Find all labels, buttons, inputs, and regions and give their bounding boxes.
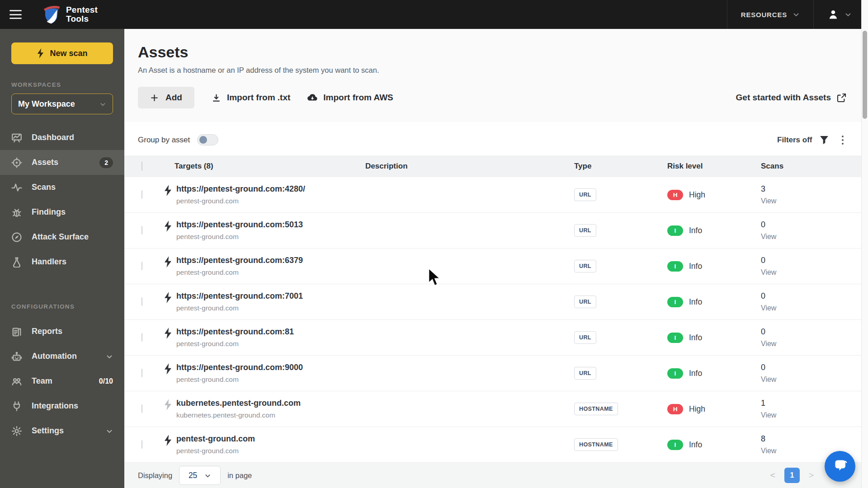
view-scans-link[interactable]: View <box>761 411 868 419</box>
view-scans-link[interactable]: View <box>761 447 868 455</box>
risk-badge: I <box>667 440 683 450</box>
sidebar-item-label: Attack Surface <box>32 232 89 242</box>
risk-label: Info <box>689 440 702 450</box>
brand-line1: Pentest <box>66 5 98 14</box>
view-scans-link[interactable]: View <box>761 197 868 205</box>
external-link-icon <box>837 93 846 103</box>
pulse-icon <box>11 182 22 193</box>
target-asset-name: pentest-ground.com <box>176 197 305 205</box>
hamburger-menu-icon[interactable] <box>9 10 22 19</box>
account-menu[interactable] <box>813 0 862 29</box>
sidebar-item-handlers[interactable]: Handlers <box>0 249 124 274</box>
row-checkbox[interactable] <box>142 404 142 413</box>
sidebar-item-automation[interactable]: Automation <box>0 344 124 369</box>
target-link[interactable]: pentest-ground.com <box>176 434 255 444</box>
row-checkbox[interactable] <box>142 297 142 306</box>
type-badge: URL <box>574 296 596 308</box>
new-scan-button[interactable]: New scan <box>11 42 113 64</box>
column-header-targets: Targets (8) <box>164 162 365 171</box>
chevron-down-icon <box>99 101 106 108</box>
row-checkbox[interactable] <box>142 190 142 199</box>
filters-button[interactable]: Filters off <box>777 135 829 145</box>
lightning-icon <box>164 399 172 410</box>
lightning-icon <box>164 292 172 303</box>
view-scans-link[interactable]: View <box>761 375 868 384</box>
column-header-scans: Scans <box>761 162 868 171</box>
next-page-button[interactable]: > <box>809 470 814 480</box>
chat-icon <box>832 458 848 474</box>
lightning-icon <box>164 435 172 446</box>
sidebar-item-findings[interactable]: Findings <box>0 200 124 225</box>
page-size-select[interactable]: 25 <box>179 466 221 485</box>
target-link[interactable]: https://pentest-ground.com:4280/ <box>176 184 305 194</box>
sidebar-item-label: Settings <box>32 426 64 436</box>
row-checkbox[interactable] <box>142 262 142 270</box>
target-link[interactable]: https://pentest-ground.com:5013 <box>176 220 303 230</box>
row-checkbox[interactable] <box>142 369 142 377</box>
pentest-tools-logo[interactable]: Pentest Tools <box>42 4 98 25</box>
select-all-checkbox[interactable] <box>142 161 142 171</box>
sidebar-item-label: Integrations <box>32 401 78 411</box>
add-button[interactable]: Add <box>138 87 194 108</box>
risk-badge: I <box>667 368 683 379</box>
lightning-icon <box>164 185 172 196</box>
risk-label: Info <box>689 297 702 307</box>
sidebar-item-settings[interactable]: Settings <box>0 418 124 443</box>
import-aws-button[interactable]: Import from AWS <box>307 93 393 103</box>
workspace-select[interactable]: My Workspace <box>11 94 113 114</box>
view-scans-link[interactable]: View <box>761 268 868 277</box>
sidebar-item-reports[interactable]: Reports <box>0 319 124 344</box>
table-toolbar: Group by asset Filters off <box>124 122 868 156</box>
table-row: https://pentest-ground.com:5013 pentest-… <box>124 213 868 249</box>
more-options-menu[interactable] <box>840 134 846 147</box>
workspaces-section-label: WORKSPACES <box>11 81 113 88</box>
target-link[interactable]: https://pentest-ground.com:81 <box>176 327 294 337</box>
target-link[interactable]: https://pentest-ground.com:9000 <box>176 363 303 372</box>
sidebar-item-dashboard[interactable]: Dashboard <box>0 125 124 150</box>
main-content: Assets An Asset is a hostname or an IP a… <box>124 29 868 488</box>
add-label: Add <box>165 93 182 103</box>
scans-count: 0 <box>761 291 868 301</box>
lightning-icon <box>164 256 172 267</box>
view-scans-link[interactable]: View <box>761 304 868 312</box>
row-checkbox[interactable] <box>142 226 142 235</box>
gear-icon <box>11 426 22 436</box>
target-link[interactable]: https://pentest-ground.com:7001 <box>176 291 303 301</box>
sidebar-item-scans[interactable]: Scans <box>0 175 124 200</box>
previous-page-button[interactable]: < <box>770 470 775 480</box>
target-link[interactable]: kubernetes.pentest-ground.com <box>176 399 301 408</box>
table-header: Targets (8) Description Type Risk level … <box>124 155 868 177</box>
column-header-type: Type <box>574 162 667 171</box>
scans-count: 0 <box>761 256 868 265</box>
view-scans-link[interactable]: View <box>761 340 868 348</box>
sidebar-item-assets[interactable]: Assets 2 <box>0 150 124 175</box>
chevron-down-icon <box>106 427 113 435</box>
import-txt-button[interactable]: Import from .txt <box>212 93 290 103</box>
type-badge: HOSTNAME <box>574 403 618 415</box>
get-started-link[interactable]: Get started with Assets <box>736 93 846 103</box>
column-header-risk: Risk level <box>667 162 761 171</box>
risk-badge: I <box>667 297 683 307</box>
robot-icon <box>11 351 22 362</box>
risk-badge: I <box>667 333 683 343</box>
row-checkbox[interactable] <box>142 440 142 449</box>
chat-widget-button[interactable] <box>825 451 855 482</box>
target-link[interactable]: https://pentest-ground.com:6379 <box>176 256 303 265</box>
row-checkbox[interactable] <box>142 333 142 342</box>
scrollbar-thumb[interactable] <box>863 31 867 119</box>
current-page-button[interactable]: 1 <box>784 468 800 483</box>
sidebar-item-integrations[interactable]: Integrations <box>0 394 124 418</box>
view-scans-link[interactable]: View <box>761 233 868 241</box>
type-badge: URL <box>574 224 596 237</box>
cloud-download-icon <box>307 93 317 103</box>
scans-count: 0 <box>761 327 868 337</box>
sidebar-item-attack-surface[interactable]: Attack Surface <box>0 225 124 249</box>
table-row: https://pentest-ground.com:6379 pentest-… <box>124 249 868 284</box>
sidebar-item-team[interactable]: Team 0/10 <box>0 369 124 394</box>
user-avatar-icon <box>827 9 839 20</box>
resources-menu[interactable]: RESOURCES <box>727 0 813 29</box>
page-title: Assets <box>138 43 846 61</box>
target-icon <box>11 157 22 168</box>
group-by-toggle[interactable] <box>197 134 218 145</box>
configurations-section-label: CONFIGURATIONS <box>11 303 113 310</box>
